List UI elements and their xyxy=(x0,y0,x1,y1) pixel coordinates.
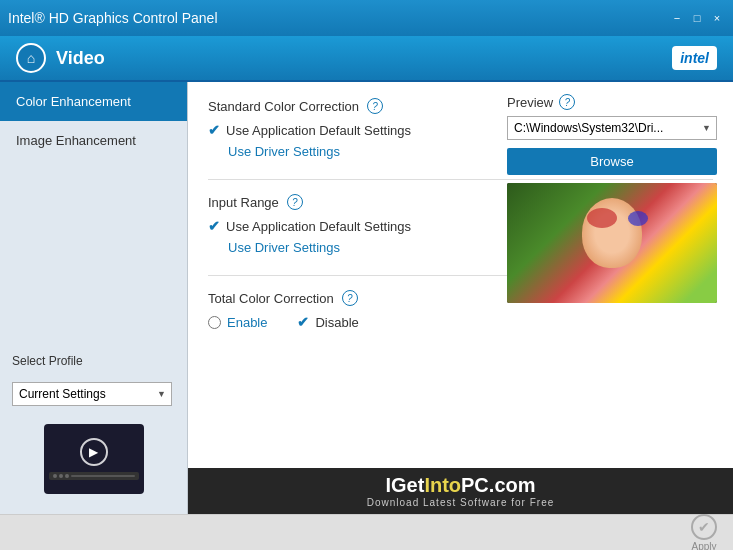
video-controls-bar xyxy=(49,472,139,480)
profile-select[interactable]: Current Settings xyxy=(12,382,172,406)
content-area: Standard Color Correction ? ✔ Use Applic… xyxy=(188,82,733,514)
watermark: IGetIntoPC.com Download Latest Software … xyxy=(188,468,733,514)
preview-label-text: Preview xyxy=(507,95,553,110)
header-bar: ⌂ Video intel xyxy=(0,36,733,82)
watermark-sub: Download Latest Software for Free xyxy=(194,497,727,508)
sidebar-item-color-enhancement[interactable]: Color Enhancement xyxy=(0,82,187,121)
standard-color-default-label: Use Application Default Settings xyxy=(226,123,411,138)
standard-color-info-icon[interactable]: ? xyxy=(367,98,383,114)
preview-path-select[interactable]: C:\Windows\System32\Dri... xyxy=(507,116,717,140)
intel-logo: intel xyxy=(672,46,717,70)
close-button[interactable]: × xyxy=(709,10,725,26)
video-thumbnail: ▶ xyxy=(44,424,144,494)
apply-label: Apply xyxy=(691,541,716,551)
watermark-brand-get: IGet xyxy=(385,474,424,496)
watermark-brand-pc: PC xyxy=(461,474,489,496)
enable-label: Enable xyxy=(227,315,267,330)
disable-label: Disable xyxy=(315,315,358,330)
total-color-info-icon[interactable]: ? xyxy=(342,290,358,306)
preview-image xyxy=(507,183,717,303)
apply-button[interactable]: ✔ Apply xyxy=(691,514,717,551)
footer: ✔ Apply xyxy=(0,514,733,550)
main-layout: Color Enhancement Image Enhancement Sele… xyxy=(0,82,733,514)
sidebar-item-image-enhancement[interactable]: Image Enhancement xyxy=(0,121,187,160)
standard-color-driver-link[interactable]: Use Driver Settings xyxy=(228,144,340,159)
input-range-check-icon: ✔ xyxy=(208,218,220,234)
play-icon: ▶ xyxy=(80,438,108,466)
preview-panel: Preview ? C:\Windows\System32\Dri... Bro… xyxy=(507,94,717,303)
section-title: Video xyxy=(56,48,105,69)
minimize-button[interactable]: − xyxy=(669,10,685,26)
standard-color-title: Standard Color Correction xyxy=(208,99,359,114)
home-icon[interactable]: ⌂ xyxy=(16,43,46,73)
watermark-brand-com: .com xyxy=(489,474,536,496)
maximize-button[interactable]: □ xyxy=(689,10,705,26)
title-bar: Intel® HD Graphics Control Panel − □ × xyxy=(0,0,733,36)
watermark-brand-into: Into xyxy=(424,474,461,496)
disable-radio-label[interactable]: ✔ Disable xyxy=(297,314,358,330)
input-range-title: Input Range xyxy=(208,195,279,210)
disable-check-icon: ✔ xyxy=(297,314,309,330)
enable-radio-label[interactable]: Enable xyxy=(208,315,267,330)
total-color-title: Total Color Correction xyxy=(208,291,334,306)
preview-info-icon[interactable]: ? xyxy=(559,94,575,110)
sidebar: Color Enhancement Image Enhancement Sele… xyxy=(0,82,188,514)
apply-icon: ✔ xyxy=(691,514,717,540)
input-range-default-label: Use Application Default Settings xyxy=(226,219,411,234)
input-range-info-icon[interactable]: ? xyxy=(287,194,303,210)
select-profile-label: Select Profile xyxy=(12,354,175,368)
standard-color-check-icon: ✔ xyxy=(208,122,220,138)
app-title: Intel® HD Graphics Control Panel xyxy=(8,10,218,26)
input-range-driver-link[interactable]: Use Driver Settings xyxy=(228,240,340,255)
enable-radio[interactable] xyxy=(208,316,221,329)
browse-button[interactable]: Browse xyxy=(507,148,717,175)
